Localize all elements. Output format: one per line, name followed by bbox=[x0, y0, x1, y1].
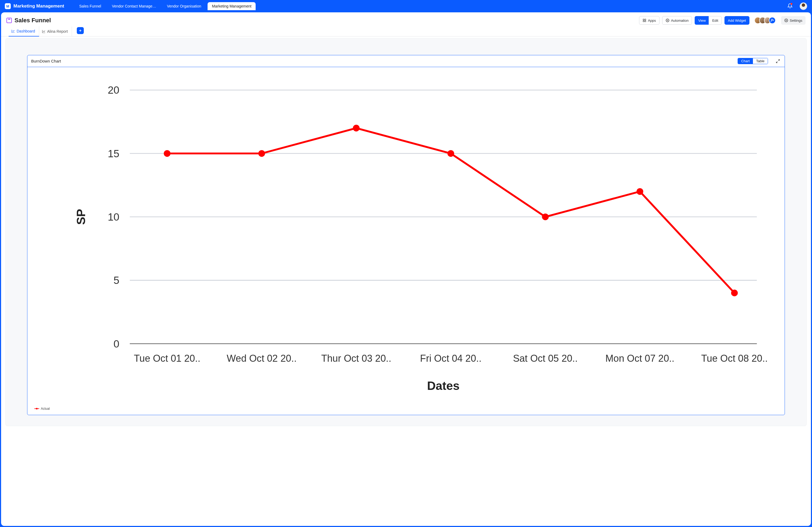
subtab-bar: Dashboard Alina Report bbox=[1, 25, 811, 36]
svg-point-29 bbox=[353, 125, 360, 132]
expand-icon bbox=[776, 59, 780, 63]
gear-icon bbox=[784, 18, 788, 22]
svg-rect-0 bbox=[643, 19, 644, 20]
card-header: BurnDown Chart Chart Table bbox=[27, 55, 785, 67]
top-tabs: Sales Funnel Vendor Contact Manage… Vend… bbox=[75, 2, 256, 10]
gear-icon bbox=[666, 18, 669, 22]
project-icon bbox=[6, 18, 12, 23]
settings-button[interactable]: Settings bbox=[781, 16, 806, 25]
edit-button[interactable]: Edit bbox=[709, 16, 722, 25]
svg-point-32 bbox=[637, 188, 643, 195]
subtab-alina-report[interactable]: Alina Report bbox=[39, 27, 72, 36]
add-user-icon bbox=[770, 18, 774, 22]
subtab-alina-report-label: Alina Report bbox=[47, 29, 68, 33]
svg-point-6 bbox=[786, 20, 787, 21]
svg-point-27 bbox=[164, 150, 171, 157]
svg-point-33 bbox=[731, 289, 738, 296]
user-avatar[interactable] bbox=[800, 2, 807, 10]
svg-text:Wed Oct 02 20..: Wed Oct 02 20.. bbox=[227, 353, 296, 364]
svg-point-28 bbox=[258, 150, 265, 157]
top-tab-vendor-contact[interactable]: Vendor Contact Manage… bbox=[108, 2, 161, 10]
svg-text:Sat Oct 05 20..: Sat Oct 05 20.. bbox=[513, 353, 578, 364]
seg-chart[interactable]: Chart bbox=[738, 58, 753, 64]
chart-table-toggle: Chart Table bbox=[738, 58, 768, 64]
legend-label-actual: Actual bbox=[41, 407, 50, 410]
top-tab-marketing-management[interactable]: Marketing Management bbox=[207, 2, 256, 10]
subtab-dashboard[interactable]: Dashboard bbox=[9, 26, 39, 36]
burndown-chart: 05101520Tue Oct 01 20..Wed Oct 02 20..Th… bbox=[33, 75, 779, 403]
svg-rect-2 bbox=[643, 21, 644, 22]
chart-icon bbox=[42, 30, 46, 33]
svg-text:10: 10 bbox=[108, 211, 119, 223]
expand-card-button[interactable] bbox=[775, 58, 781, 64]
apps-icon bbox=[642, 18, 646, 22]
svg-text:Dates: Dates bbox=[427, 379, 460, 392]
svg-text:15: 15 bbox=[108, 148, 119, 160]
svg-text:Tue Oct 08 20..: Tue Oct 08 20.. bbox=[701, 353, 768, 364]
svg-point-35 bbox=[36, 408, 38, 409]
view-button[interactable]: View bbox=[695, 16, 709, 25]
svg-rect-1 bbox=[645, 19, 646, 20]
svg-text:Fri Oct 04 20..: Fri Oct 04 20.. bbox=[420, 353, 481, 364]
automation-button[interactable]: Automation bbox=[662, 16, 692, 25]
burndown-card: BurnDown Chart Chart Table 05101520Tue O… bbox=[27, 55, 785, 415]
chart-area: 05101520Tue Oct 01 20..Wed Oct 02 20..Th… bbox=[27, 67, 785, 415]
svg-text:0: 0 bbox=[114, 338, 119, 350]
top-nav-bar: M Marketing Management Sales Funnel Vend… bbox=[0, 0, 812, 12]
notification-bell[interactable] bbox=[787, 3, 793, 10]
top-tab-vendor-organisation[interactable]: Vendor Organisation bbox=[163, 2, 206, 10]
svg-text:Thur Oct 03 20..: Thur Oct 03 20.. bbox=[321, 353, 391, 364]
app-title: Marketing Management bbox=[13, 3, 64, 9]
svg-text:SP: SP bbox=[74, 209, 88, 225]
seg-table[interactable]: Table bbox=[753, 58, 768, 64]
settings-button-label: Settings bbox=[790, 18, 802, 22]
chart-icon bbox=[11, 29, 15, 33]
add-collaborator-button[interactable] bbox=[769, 17, 776, 24]
legend-swatch-actual bbox=[34, 407, 39, 410]
chart-legend: Actual bbox=[34, 407, 779, 410]
svg-point-31 bbox=[542, 214, 549, 220]
svg-text:Tue Oct 01 20..: Tue Oct 01 20.. bbox=[134, 353, 201, 364]
apps-button-label: Apps bbox=[648, 18, 656, 22]
svg-text:Mon Oct 07 20..: Mon Oct 07 20.. bbox=[606, 353, 675, 364]
svg-rect-3 bbox=[645, 21, 646, 22]
add-widget-button[interactable]: Add Widget bbox=[724, 16, 750, 25]
svg-point-30 bbox=[447, 150, 454, 157]
svg-point-4 bbox=[667, 20, 668, 21]
svg-text:5: 5 bbox=[114, 274, 119, 286]
apps-button[interactable]: Apps bbox=[639, 16, 659, 25]
page-title: Sales Funnel bbox=[14, 17, 51, 24]
workspace-header: Sales Funnel Apps Automation View Edit bbox=[1, 12, 811, 25]
workspace-panel: Sales Funnel Apps Automation View Edit bbox=[1, 12, 811, 526]
add-subtab-button[interactable] bbox=[77, 27, 84, 34]
svg-text:20: 20 bbox=[108, 84, 119, 96]
automation-button-label: Automation bbox=[671, 18, 689, 22]
notification-dot-icon bbox=[791, 3, 793, 5]
svg-point-5 bbox=[771, 19, 773, 20]
subtab-dashboard-label: Dashboard bbox=[17, 29, 35, 33]
collaborator-avatars[interactable] bbox=[754, 17, 776, 24]
app-logo-icon: M bbox=[5, 3, 11, 9]
card-title: BurnDown Chart bbox=[31, 59, 61, 63]
plus-icon bbox=[78, 29, 82, 32]
top-tab-sales-funnel[interactable]: Sales Funnel bbox=[75, 2, 105, 10]
workspace-body: BurnDown Chart Chart Table 05101520Tue O… bbox=[5, 38, 807, 426]
view-edit-toggle: View Edit bbox=[695, 16, 722, 25]
